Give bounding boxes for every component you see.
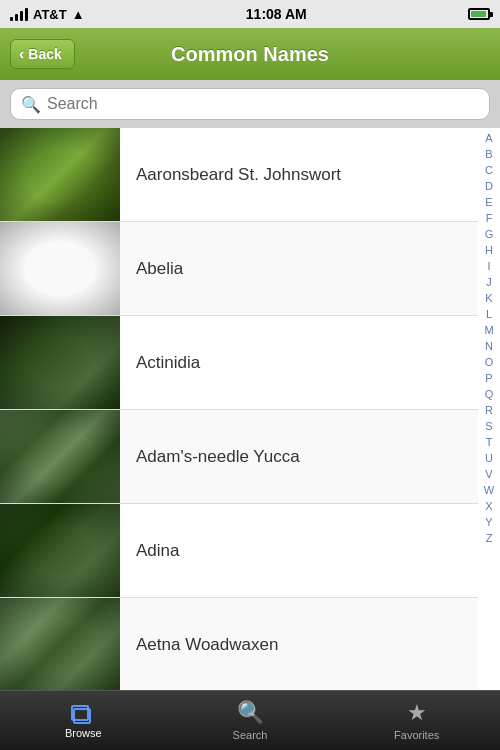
alpha-letter-t[interactable]: T [478, 434, 500, 450]
battery-icon [468, 8, 490, 20]
plant-image [0, 504, 120, 597]
alpha-letter-x[interactable]: X [478, 498, 500, 514]
alpha-letter-a[interactable]: A [478, 130, 500, 146]
search-bar[interactable]: 🔍 [10, 88, 490, 120]
alpha-letter-n[interactable]: N [478, 338, 500, 354]
list-item[interactable]: Aetna Woadwaxen [0, 598, 478, 690]
alpha-letter-c[interactable]: C [478, 162, 500, 178]
alpha-letter-b[interactable]: B [478, 146, 500, 162]
back-button[interactable]: ‹ Back [10, 39, 75, 69]
search-bar-container: 🔍 [0, 80, 500, 128]
plant-image [0, 128, 120, 221]
alpha-letter-w[interactable]: W [478, 482, 500, 498]
list-item[interactable]: Adina [0, 504, 478, 598]
plant-name: Adina [120, 541, 478, 561]
status-right [468, 8, 490, 20]
alpha-letter-v[interactable]: V [478, 466, 500, 482]
search-tab-icon: 🔍 [237, 700, 264, 726]
plant-name: Adam's-needle Yucca [120, 447, 478, 467]
alpha-letter-m[interactable]: M [478, 322, 500, 338]
plant-list: Aaronsbeard St. Johnswort Abelia Actinid… [0, 128, 478, 690]
favorites-icon: ★ [407, 700, 427, 726]
alpha-letter-h[interactable]: H [478, 242, 500, 258]
alpha-letter-s[interactable]: S [478, 418, 500, 434]
plant-image [0, 222, 120, 315]
alpha-letter-u[interactable]: U [478, 450, 500, 466]
alpha-letter-e[interactable]: E [478, 194, 500, 210]
alpha-letter-r[interactable]: R [478, 402, 500, 418]
tab-search[interactable]: 🔍 Search [167, 691, 334, 750]
tab-bar: Browse 🔍 Search ★ Favorites [0, 690, 500, 750]
status-bar: AT&T ▲ 11:08 AM [0, 0, 500, 28]
search-icon: 🔍 [21, 95, 41, 114]
alpha-letter-p[interactable]: P [478, 370, 500, 386]
tab-favorites-label: Favorites [394, 729, 439, 741]
tab-browse[interactable]: Browse [0, 691, 167, 750]
alpha-letter-z[interactable]: Z [478, 530, 500, 546]
tab-browse-label: Browse [65, 727, 102, 739]
status-left: AT&T ▲ [10, 7, 85, 22]
back-arrow-icon: ‹ [19, 45, 24, 63]
alpha-letter-d[interactable]: D [478, 178, 500, 194]
plant-list-container: Aaronsbeard St. Johnswort Abelia Actinid… [0, 128, 500, 690]
plant-image [0, 598, 120, 690]
plant-image [0, 410, 120, 503]
list-item[interactable]: Aaronsbeard St. Johnswort [0, 128, 478, 222]
alpha-letter-l[interactable]: L [478, 306, 500, 322]
alpha-letter-k[interactable]: K [478, 290, 500, 306]
alpha-letter-g[interactable]: G [478, 226, 500, 242]
carrier-label: AT&T [33, 7, 67, 22]
tab-search-label: Search [233, 729, 268, 741]
alpha-letter-j[interactable]: J [478, 274, 500, 290]
list-item[interactable]: Adam's-needle Yucca [0, 410, 478, 504]
plant-name: Abelia [120, 259, 478, 279]
plant-name: Aaronsbeard St. Johnswort [120, 165, 478, 185]
status-time: 11:08 AM [85, 6, 468, 22]
signal-bars-icon [10, 7, 28, 21]
wifi-icon: ▲ [72, 7, 85, 22]
plant-image [0, 316, 120, 409]
plant-name: Actinidia [120, 353, 478, 373]
back-button-label: Back [28, 46, 61, 62]
search-input[interactable] [47, 95, 479, 113]
browse-icon [71, 702, 95, 724]
alpha-letter-y[interactable]: Y [478, 514, 500, 530]
alphabet-index[interactable]: ABCDEFGHIJKLMNOPQRSTUVWXYZ [478, 128, 500, 690]
tab-favorites[interactable]: ★ Favorites [333, 691, 500, 750]
list-item[interactable]: Abelia [0, 222, 478, 316]
plant-name: Aetna Woadwaxen [120, 635, 478, 655]
alpha-letter-f[interactable]: F [478, 210, 500, 226]
list-item[interactable]: Actinidia [0, 316, 478, 410]
alpha-letter-q[interactable]: Q [478, 386, 500, 402]
alpha-letter-i[interactable]: I [478, 258, 500, 274]
alpha-letter-o[interactable]: O [478, 354, 500, 370]
page-title: Common Names [171, 43, 329, 66]
nav-bar: ‹ Back Common Names [0, 28, 500, 80]
